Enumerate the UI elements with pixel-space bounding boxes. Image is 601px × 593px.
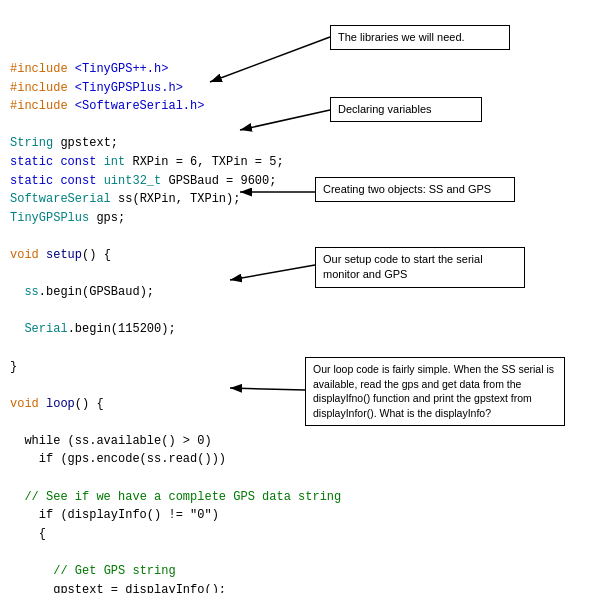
code-line-5: static const int RXPin = 6, TXPin = 5;	[10, 153, 341, 172]
code-line-17: if (displayInfo() != "0")	[10, 506, 341, 525]
code-line-19: // Get GPS string	[10, 562, 341, 581]
setup-annotation: Our setup code to start the serial monit…	[315, 247, 525, 288]
code-line-blank-1	[10, 116, 341, 135]
code-line-blank-2	[10, 227, 341, 246]
declaring-annotation: Declaring variables	[330, 97, 482, 122]
libraries-annotation: The libraries we will need.	[330, 25, 510, 50]
code-line-18: {	[10, 525, 341, 544]
code-line-20: gpstext = displayInfo();	[10, 581, 341, 593]
code-line-4: String gpstext;	[10, 134, 341, 153]
code-line-12: }	[10, 358, 341, 377]
code-line-2: #include <TinyGPSPlus.h>	[10, 79, 341, 98]
code-line-blank-7	[10, 413, 341, 432]
code-line-blank-6	[10, 376, 341, 395]
code-line-16: // See if we have a complete GPS data st…	[10, 488, 341, 507]
code-line-15: if (gps.encode(ss.read()))	[10, 450, 341, 469]
code-line-blank-4	[10, 302, 341, 321]
code-line-3: #include <SoftwareSerial.h>	[10, 97, 341, 116]
code-line-13: void loop() {	[10, 395, 341, 414]
code-line-blank-9	[10, 543, 341, 562]
code-line-1: #include <TinyGPS++.h>	[10, 60, 341, 79]
code-block: #include <TinyGPS++.h> #include <TinyGPS…	[10, 60, 341, 593]
code-line-11: Serial.begin(115200);	[10, 320, 341, 339]
loop-annotation: Our loop code is fairly simple. When the…	[305, 357, 565, 426]
code-line-8: TinyGPSPlus gps;	[10, 209, 341, 228]
code-line-blank-5	[10, 339, 341, 358]
code-line-blank-3	[10, 265, 341, 284]
code-line-7: SoftwareSerial ss(RXPin, TXPin);	[10, 190, 341, 209]
code-line-10: ss.begin(GPSBaud);	[10, 283, 341, 302]
objects-annotation: Creating two objects: SS and GPS	[315, 177, 515, 202]
code-line-9: void setup() {	[10, 246, 341, 265]
code-line-6: static const uint32_t GPSBaud = 9600;	[10, 172, 341, 191]
code-line-blank-8	[10, 469, 341, 488]
code-line-14: while (ss.available() > 0)	[10, 432, 341, 451]
